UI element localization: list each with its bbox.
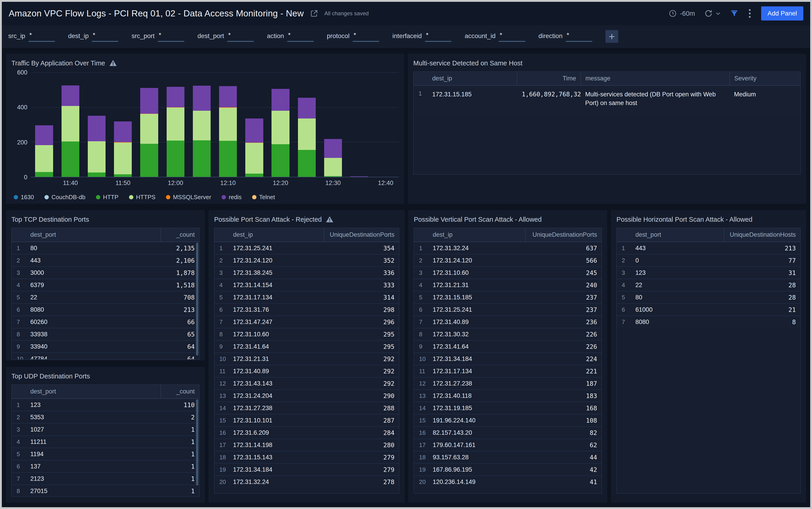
add-panel-button[interactable]: Add Panel bbox=[761, 6, 803, 21]
table-row: 4172.31.21.31240 bbox=[414, 279, 602, 291]
cell-UniqueDestinationPorts: 240 bbox=[525, 282, 602, 289]
filter-toggle-button[interactable] bbox=[730, 9, 738, 18]
row-index: 2 bbox=[12, 257, 26, 264]
table-row: 463791,518 bbox=[12, 279, 199, 291]
stacked-bar[interactable] bbox=[167, 72, 185, 177]
cell-UniqueDestinationPorts: 287 bbox=[324, 417, 399, 424]
row-index: 16 bbox=[214, 429, 228, 436]
stacked-bar[interactable] bbox=[377, 72, 394, 177]
stacked-bar[interactable] bbox=[219, 72, 237, 177]
cell-_count: 2,135 bbox=[161, 245, 199, 252]
refresh-icon bbox=[704, 9, 713, 18]
legend-item-1630[interactable]: 1630 bbox=[14, 194, 34, 201]
panel-horizontal-port-scan: Possible Horizontal Port Scan Attack - A… bbox=[611, 210, 806, 503]
filter-input-action[interactable] bbox=[287, 31, 314, 42]
filter-input-dest_ip[interactable] bbox=[92, 31, 118, 42]
row-index: 1 bbox=[414, 245, 428, 252]
stacked-bar[interactable] bbox=[298, 72, 316, 177]
cell-dest_port: 27015 bbox=[26, 487, 161, 495]
cell-dest_ip: 172.31.17.134 bbox=[428, 368, 525, 375]
filter-input-interfaceid[interactable] bbox=[425, 31, 451, 42]
top-udp-table: dest_port_count1123110253532310271411211… bbox=[11, 384, 199, 497]
table-row: 253532 bbox=[12, 411, 199, 423]
cell-dest_ip: 172.31.25.241 bbox=[228, 245, 324, 252]
share-icon[interactable] bbox=[310, 9, 319, 18]
cell-UniqueDestinationPorts: 42 bbox=[525, 466, 602, 473]
x-tick-label: 11:40 bbox=[57, 179, 84, 186]
stacked-bar[interactable] bbox=[193, 72, 210, 177]
table-header-row: dest_portUniqueDestinationHosts bbox=[617, 228, 800, 242]
cell-UniqueDestinationPorts: 336 bbox=[324, 269, 399, 276]
cell-UniqueDestinationHosts: 77 bbox=[724, 257, 800, 264]
table-scrollbar[interactable] bbox=[196, 243, 198, 356]
bar-segment-HTTPS bbox=[114, 143, 132, 174]
stacked-bar[interactable] bbox=[35, 72, 53, 177]
row-index: 18 bbox=[414, 454, 428, 461]
cell-dest_port: 443 bbox=[26, 257, 161, 264]
cell-dest_ip: 179.60.147.161 bbox=[428, 442, 525, 449]
table-row: 8270151 bbox=[12, 485, 199, 497]
cell-_count: 64 bbox=[161, 343, 199, 350]
x-tick-label: 12:40 bbox=[372, 179, 399, 186]
table-row: 17172.31.14.198280 bbox=[214, 439, 399, 451]
table-row: 83393865 bbox=[12, 328, 199, 340]
table-row: 7172.31.40.89236 bbox=[414, 315, 602, 328]
add-filter-button[interactable]: + bbox=[606, 30, 618, 43]
stacked-bar[interactable] bbox=[114, 72, 132, 177]
filter-label: src_port bbox=[132, 31, 155, 40]
bar-segment-HTTP bbox=[167, 141, 185, 177]
warning-icon[interactable] bbox=[326, 215, 333, 223]
filter-input-src_port[interactable] bbox=[158, 31, 184, 42]
bar-slot-12:15 bbox=[241, 72, 267, 177]
stacked-bar[interactable] bbox=[88, 72, 105, 177]
legend-item-HTTPS[interactable]: HTTPS bbox=[129, 194, 156, 201]
horizontal-port-scan-table: dest_portUniqueDestinationHosts144321320… bbox=[616, 228, 801, 494]
cell-dest_ip: 172.31.41.64 bbox=[228, 343, 324, 350]
stacked-bar[interactable] bbox=[324, 72, 342, 177]
filter-input-protocol[interactable] bbox=[353, 31, 379, 42]
row-index: 9 bbox=[12, 343, 26, 350]
row-index: 3 bbox=[414, 269, 428, 276]
stacked-bar[interactable] bbox=[140, 72, 158, 177]
legend-label: HTTPS bbox=[136, 194, 156, 201]
legend-item-MSSQLServer[interactable]: MSSQLServer bbox=[166, 194, 211, 201]
cell-_count: 1 bbox=[161, 438, 199, 445]
cell-dest_ip: 191.96.224.140 bbox=[428, 417, 525, 424]
panel-title: Traffic By Application Over Time bbox=[11, 60, 105, 67]
legend-item-CouchDB-db[interactable]: CouchDB-db bbox=[44, 194, 86, 201]
row-index: 12 bbox=[414, 380, 428, 387]
refresh-button[interactable] bbox=[704, 9, 721, 18]
legend-swatch bbox=[14, 195, 18, 199]
filter-field-interfaceid: interfaceid bbox=[392, 31, 451, 42]
time-range-button[interactable]: -60m bbox=[669, 9, 695, 18]
stacked-bar[interactable] bbox=[350, 72, 368, 177]
warning-icon[interactable] bbox=[109, 59, 117, 67]
cell-dest_ip: 167.86.96.195 bbox=[428, 466, 525, 473]
legend-item-redis[interactable]: redis bbox=[222, 194, 241, 201]
stacked-bar[interactable] bbox=[62, 72, 79, 177]
filter-label: direction bbox=[539, 31, 563, 40]
filter-field-src_ip: src_ip bbox=[8, 31, 55, 42]
filter-input-src_ip[interactable] bbox=[29, 31, 55, 42]
row-index: 20 bbox=[214, 478, 228, 485]
column-header-_count: _count bbox=[161, 385, 199, 398]
table-row: 20120.236.14.14941 bbox=[414, 476, 602, 488]
cell-UniqueDestinationHosts: 8 bbox=[724, 318, 800, 326]
bar-segment-HTTP bbox=[114, 174, 132, 177]
legend-swatch bbox=[44, 195, 49, 199]
table-header-row: dest_ipTimemessageSeverity bbox=[414, 72, 800, 86]
stacked-bar[interactable] bbox=[271, 72, 289, 177]
x-tick-label: 12:10 bbox=[215, 179, 241, 186]
legend-item-Telnet[interactable]: Telnet bbox=[252, 194, 275, 201]
table-scrollbar[interactable] bbox=[196, 399, 198, 485]
clock-icon bbox=[669, 9, 677, 18]
bar-segment-HTTPS bbox=[219, 108, 237, 141]
filter-input-account_id[interactable] bbox=[499, 31, 525, 42]
stacked-bar[interactable] bbox=[245, 72, 263, 177]
filter-input-dest_port[interactable] bbox=[227, 31, 254, 42]
table-header-row: dest_ipUniqueDestinationPorts bbox=[414, 228, 602, 242]
cell-dest_port: 60260 bbox=[26, 318, 161, 326]
filter-input-direction[interactable] bbox=[566, 31, 592, 42]
more-options-button[interactable] bbox=[747, 8, 752, 19]
legend-item-HTTP[interactable]: HTTP bbox=[96, 194, 119, 201]
